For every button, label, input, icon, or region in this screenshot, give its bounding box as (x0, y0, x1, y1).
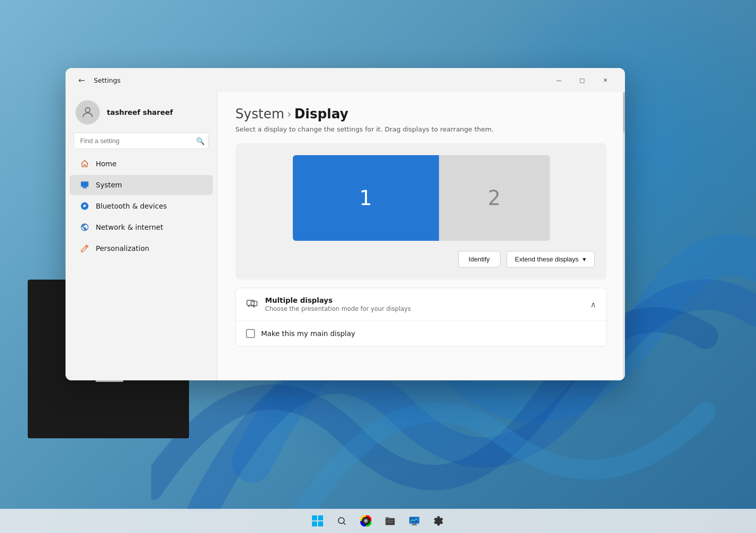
svg-rect-21 (412, 524, 417, 525)
bluetooth-icon (80, 201, 90, 211)
identify-button[interactable]: Identify (458, 251, 500, 268)
svg-rect-7 (312, 515, 317, 520)
svg-rect-3 (83, 187, 87, 188)
main-content: System › Display Select a display to cha… (217, 92, 625, 380)
username: tashreef shareef (107, 108, 173, 116)
main-display-row: Make this my main display (246, 329, 596, 338)
scroll-track (623, 92, 625, 380)
taskbar-start[interactable] (306, 510, 329, 532)
breadcrumb-separator: › (287, 108, 291, 120)
network-icon (80, 222, 90, 232)
user-section: tashreef shareef (66, 92, 217, 132)
search-icon[interactable]: 🔍 (196, 137, 205, 145)
window-title: Settings (94, 77, 120, 84)
svg-rect-15 (386, 517, 389, 519)
svg-rect-9 (312, 521, 317, 526)
multiple-displays-header[interactable]: Multiple displays Choose the presentatio… (236, 288, 606, 321)
color-wheel-icon (360, 515, 372, 527)
back-icon: ← (78, 76, 85, 85)
taskbar-search[interactable] (331, 510, 353, 532)
settings-taskbar-icon (432, 515, 445, 527)
svg-rect-10 (318, 521, 323, 526)
multiple-displays-section: Multiple displays Choose the presentatio… (235, 288, 607, 347)
maximize-button[interactable]: □ (571, 72, 594, 88)
multiple-displays-body: Make this my main display (236, 321, 606, 346)
multiple-displays-title: Multiple displays (265, 296, 590, 304)
svg-rect-2 (83, 187, 86, 188)
maximize-icon: □ (580, 77, 585, 84)
sidebar-item-personalization[interactable]: Personalization (70, 238, 213, 258)
extend-displays-button[interactable]: Extend these displays ▾ (507, 251, 595, 268)
svg-rect-20 (412, 524, 416, 525)
svg-rect-14 (386, 518, 395, 525)
svg-point-11 (338, 517, 344, 523)
taskbar-app-colorwheel[interactable] (355, 510, 377, 532)
breadcrumb-current: Display (294, 106, 348, 121)
home-icon (80, 159, 90, 169)
network-monitor-icon (408, 515, 420, 527)
monitor-1-label: 1 (359, 186, 372, 210)
file-explorer-icon (384, 515, 396, 527)
display-panel: 1 2 Identify Extend these displays ▾ (235, 143, 607, 280)
display-monitors: 1 2 (247, 155, 595, 241)
system-icon (80, 180, 90, 190)
svg-rect-17 (387, 522, 393, 523)
sidebar-item-home[interactable]: Home (70, 154, 213, 174)
windows-icon (311, 515, 324, 527)
display-actions: Identify Extend these displays ▾ (247, 251, 595, 268)
avatar (76, 100, 100, 124)
multiple-displays-icon (246, 298, 258, 310)
svg-rect-19 (410, 518, 419, 523)
close-icon: ✕ (603, 77, 607, 84)
main-display-label: Make this my main display (261, 329, 355, 338)
monitor-2-label: 2 (488, 186, 500, 210)
sidebar-home-label: Home (96, 160, 116, 168)
minimize-button[interactable]: — (547, 72, 571, 88)
display-subtitle: Select a display to change the settings … (235, 125, 607, 133)
breadcrumb-parent: System (235, 106, 284, 121)
taskbar-app-network-monitor[interactable] (403, 510, 425, 532)
section-chevron-up-icon: ∧ (590, 300, 596, 309)
brush-icon (80, 243, 90, 253)
monitor-1[interactable]: 1 (293, 155, 439, 241)
search-box: 🔍 (74, 132, 209, 149)
settings-window: ← Settings — □ ✕ (66, 68, 625, 380)
sidebar-bluetooth-label: Bluetooth & devices (96, 202, 167, 210)
svg-rect-16 (387, 520, 394, 521)
extend-label: Extend these displays (515, 255, 579, 263)
breadcrumb: System › Display (235, 106, 607, 121)
monitor-2[interactable]: 2 (439, 155, 550, 241)
svg-rect-8 (318, 515, 323, 520)
user-icon (81, 105, 95, 119)
multiple-displays-text: Multiple displays Choose the presentatio… (265, 296, 590, 312)
taskbar (0, 509, 756, 533)
sidebar: tashreef shareef 🔍 Home (66, 92, 217, 380)
svg-rect-1 (81, 181, 89, 187)
sidebar-network-label: Network & internet (96, 223, 163, 231)
window-body: tashreef shareef 🔍 Home (66, 92, 625, 380)
close-button[interactable]: ✕ (594, 72, 617, 88)
multiple-displays-subtitle: Choose the presentation mode for your di… (265, 305, 590, 312)
search-taskbar-icon (336, 515, 348, 527)
sidebar-item-system[interactable]: System (70, 175, 213, 195)
taskbar-app-explorer[interactable] (379, 510, 401, 532)
chevron-down-icon: ▾ (583, 255, 586, 263)
title-bar: ← Settings — □ ✕ (66, 68, 625, 92)
window-controls: — □ ✕ (547, 72, 617, 88)
back-button[interactable]: ← (74, 72, 90, 88)
sidebar-personalization-label: Personalization (96, 244, 149, 252)
sidebar-item-bluetooth[interactable]: Bluetooth & devices (70, 196, 213, 216)
svg-point-0 (85, 108, 90, 112)
sidebar-item-network[interactable]: Network & internet (70, 217, 213, 237)
search-input[interactable] (74, 132, 209, 149)
minimize-icon: — (556, 77, 562, 84)
taskbar-settings[interactable] (427, 510, 450, 532)
scroll-thumb[interactable] (623, 92, 625, 132)
main-display-checkbox[interactable] (246, 329, 255, 338)
sidebar-system-label: System (96, 181, 122, 189)
